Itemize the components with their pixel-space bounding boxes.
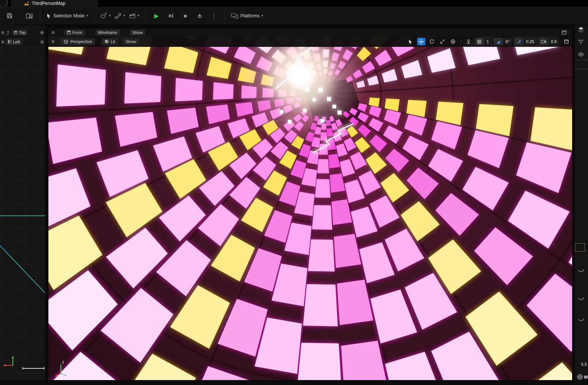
content-browser-button[interactable] [22, 10, 36, 22]
socket-icon[interactable] [578, 269, 584, 274]
blueprints-icon [115, 12, 121, 19]
globe-icon[interactable]: ⊕ [40, 39, 44, 45]
grid-snap-control[interactable]: 1 [475, 38, 492, 45]
angle-snap-value: 5° [503, 38, 512, 45]
ortho-wireframe-overlay [0, 47, 45, 380]
chevron-down-icon: ▾ [87, 14, 88, 17]
tab-title: ThirdPersonMap [32, 1, 65, 6]
content-browser-icon [26, 12, 33, 19]
selection-mode-label: Selection Mode [53, 13, 85, 19]
filter-icon[interactable] [578, 39, 584, 45]
angle-snap-icon [494, 38, 503, 45]
platforms-dropdown[interactable]: Platforms ▾ [229, 10, 265, 22]
unreal-editor-window: ThirdPersonMap Selection Mode ▾ [0, 0, 588, 385]
socket-icon[interactable] [578, 318, 584, 323]
cinematics-dropdown[interactable]: ▾ [127, 10, 141, 22]
kebab-icon: ⋮ [211, 13, 217, 19]
scale-tool-button[interactable] [438, 38, 447, 45]
globe-icon [450, 39, 456, 44]
play-options-button[interactable]: ⋮ [207, 10, 221, 22]
left-view-icon [8, 40, 11, 43]
scale-snap-control[interactable]: 0.25 [514, 38, 537, 45]
tab-bar: ThirdPersonMap [0, 0, 588, 7]
blueprints-dropdown[interactable]: ▾ [113, 10, 127, 22]
world-space-toggle[interactable] [449, 38, 457, 45]
top-viewport-header: ≡ Top ⊕ [0, 29, 45, 36]
front-show-button[interactable]: Show [130, 29, 146, 36]
maximize-icon[interactable] [564, 39, 569, 44]
perspective-viewport-header: ≡ Perspective Lit Show [48, 36, 572, 47]
viewport-menu-icon[interactable]: ≡ [1, 39, 4, 45]
perspective-button[interactable]: Perspective [61, 38, 95, 45]
rotate-tool-button[interactable] [428, 38, 436, 45]
toolbar-separator [145, 11, 146, 21]
add-actor-dropdown[interactable]: ▾ [98, 10, 113, 22]
chevron-down-icon: ▾ [123, 14, 125, 17]
play-button[interactable]: ▶ [149, 10, 164, 22]
toolbar-separator [225, 11, 225, 21]
skip-button[interactable] [164, 10, 178, 22]
grid-snap-icon [475, 38, 484, 45]
lit-mode-button[interactable]: Lit [101, 38, 118, 45]
wireframe-label: Wireframe [98, 30, 117, 35]
world-settings-row[interactable]: W [577, 374, 588, 380]
rotate-tool-icon [429, 39, 434, 44]
top-view-icon [14, 31, 17, 34]
perspective-label: Perspective [70, 39, 92, 44]
selection-mode-dropdown[interactable]: Selection Mode ▾ [44, 10, 90, 22]
eject-button[interactable] [192, 10, 207, 22]
surface-snap-icon [466, 39, 471, 44]
angle-snap-control[interactable]: 5° [494, 38, 512, 45]
perspective-show-button[interactable]: Show [123, 38, 139, 45]
top-view-button[interactable]: Top [12, 29, 28, 36]
axis-gizmo-mini [6, 30, 11, 36]
front-view-button[interactable]: Front [64, 29, 85, 36]
socket-icon[interactable] [578, 297, 584, 302]
status-bar [0, 380, 588, 385]
tab-thirdpersonmap[interactable]: ThirdPersonMap [11, 0, 98, 7]
viewport-menu-icon[interactable]: ≡ [1, 30, 4, 35]
right-panel-strip: 5,5 W [574, 25, 588, 380]
select-tool-button[interactable] [406, 38, 415, 45]
layers-icon[interactable] [578, 26, 584, 33]
stop-button[interactable]: ■ [178, 10, 192, 22]
front-viewport-header: ≡ Front Wireframe Show [48, 29, 572, 36]
eye-icon[interactable] [578, 51, 584, 57]
toolbar-separator [40, 11, 40, 21]
lit-label: Lit [111, 39, 115, 44]
unreal-logo-icon[interactable] [0, 0, 8, 8]
left-ortho-viewport[interactable] [0, 47, 45, 380]
wireframe-mode-button[interactable]: Wireframe [95, 29, 120, 36]
ortho-axis-gizmo [3, 356, 14, 366]
viewport-menu-icon[interactable]: ≡ [51, 30, 54, 35]
camera-speed-control[interactable]: 0.9 [539, 38, 559, 45]
chevron-down-icon: ▾ [138, 14, 140, 17]
viewport-menu-icon[interactable]: ≡ [51, 39, 54, 44]
stop-icon: ■ [184, 13, 187, 19]
platforms-label: Platforms [240, 13, 260, 19]
maximize-icon[interactable] [562, 30, 567, 35]
scale-snap-value: 0.25 [523, 38, 537, 45]
play-icon: ▶ [154, 13, 159, 19]
add-cube-icon [100, 12, 107, 19]
cinematics-icon [129, 12, 136, 19]
camera-speed-value: 0.9 [548, 38, 559, 45]
axis-z-label: Z [62, 360, 64, 364]
left-view-label: Left [13, 40, 20, 44]
move-tool-button[interactable] [417, 38, 425, 45]
scale-tool-icon [440, 39, 445, 44]
left-viewport-header: ≡ Left ⊕ [0, 37, 45, 46]
scale-snap-icon [514, 38, 523, 45]
panel-row-divider [575, 69, 588, 70]
globe-icon[interactable]: ⊕ [40, 30, 44, 35]
panel-value: 5,5 [581, 362, 587, 366]
tunnel-scene [48, 36, 572, 380]
show-label: Show [132, 30, 143, 35]
left-view-button[interactable]: Left [6, 39, 22, 45]
main-toolbar: Selection Mode ▾ ▾ ▾ ▾ [0, 7, 588, 25]
viewport-3d[interactable]: ≡ Perspective Lit Show [48, 36, 572, 380]
level-icon [24, 1, 29, 6]
save-button[interactable] [2, 10, 17, 22]
surface-snap-button[interactable] [464, 38, 473, 45]
world-globe-icon [577, 374, 583, 380]
